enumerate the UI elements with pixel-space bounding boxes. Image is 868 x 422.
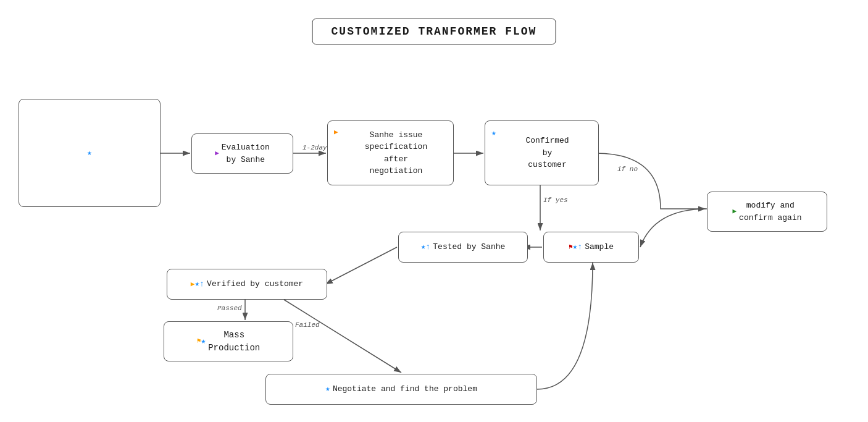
flag-evaluation: ▶ [215, 148, 219, 159]
sanhe-issue-box: ▶ Sanhe issuespecificationafternegotiati… [327, 120, 454, 185]
verified-text: Verified by customer [207, 278, 303, 290]
confirmed-text: Confirmedbycustomer [525, 135, 569, 171]
arrow-verified: ↑ [199, 278, 204, 290]
mass-production-box: ⚑ ★ MassProduction [164, 321, 293, 361]
modify-text: modify andconfirm again [739, 200, 801, 224]
sanhe-issue-text: Sanhe issuespecificationafternegotiation [365, 129, 427, 177]
star-confirmed: ★ [491, 127, 496, 140]
star-mass: ★ [201, 335, 206, 348]
sample-box: ⚑ ★ ↑ Sample [543, 232, 639, 263]
star-demand: ★ [87, 148, 92, 158]
label-if-no: if no [617, 166, 638, 173]
star-sample1: ★ [573, 241, 578, 253]
svg-line-6 [325, 247, 397, 284]
arrow-sample: ↑ [577, 241, 582, 253]
flag-verified: ▶ [191, 279, 195, 290]
star-tested: ★ [421, 241, 426, 253]
mass-text: MassProduction [208, 329, 260, 355]
label-days: 1-2day [303, 144, 327, 151]
negotiate-box: ★ Negotiate and find the problem [265, 374, 537, 405]
flag-sample: ⚑ [569, 242, 573, 253]
evaluation-text: Evaluationby Sanhe [222, 141, 270, 166]
label-failed: Failed [295, 321, 320, 329]
title: CUSTOMIZED TRANFORMER FLOW [312, 19, 556, 44]
label-passed: Passed [217, 305, 242, 312]
flag-mass: ⚑ [197, 336, 201, 347]
demand-box: ★ [19, 99, 161, 207]
star-negotiate: ★ [325, 383, 330, 395]
modify-box: ▶ modify andconfirm again [707, 192, 827, 232]
star-verified: ★ [194, 278, 199, 290]
verified-box: ▶ ★ ↑ Verified by customer [167, 269, 327, 300]
flag-modify: ▶ [732, 206, 737, 217]
label-if-yes: If yes [543, 196, 568, 204]
confirmed-box: ★ Confirmedbycustomer [485, 120, 599, 185]
evaluation-box: ▶ Evaluationby Sanhe [191, 133, 293, 174]
arrow-tested: ↑ [425, 241, 430, 253]
demand-content: ★ [87, 147, 92, 159]
flag-sanhe: ▶ [334, 127, 338, 138]
tested-box: ★ ↑ Tested by Sanhe [398, 232, 528, 263]
flow-container: CUSTOMIZED TRANFORMER FLOW [0, 0, 868, 422]
tested-text: Tested by Sanhe [433, 241, 505, 253]
negotiate-text: Negotiate and find the problem [333, 383, 477, 395]
sample-text: Sample [585, 241, 614, 253]
